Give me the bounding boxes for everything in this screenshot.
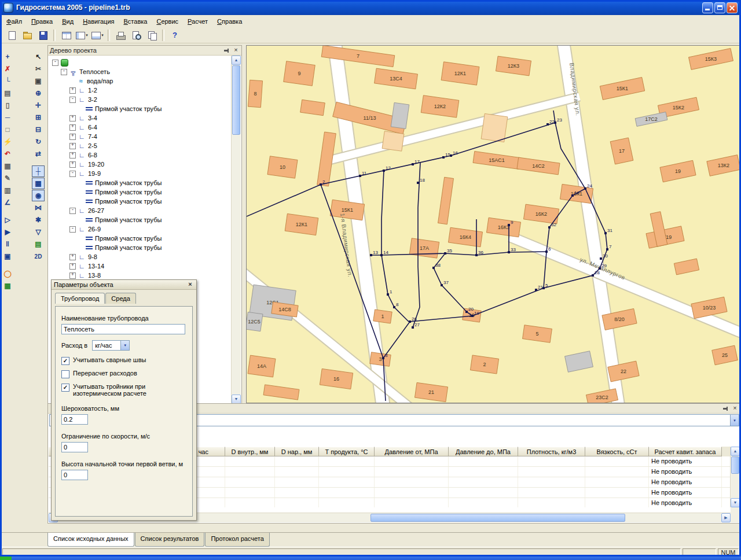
- tree-item[interactable]: Прямой участок трубы: [49, 187, 232, 197]
- column-header[interactable]: D внутр., мм: [225, 447, 275, 456]
- pipeline-node[interactable]: [475, 254, 478, 256]
- menu-item[interactable]: Сервис: [152, 16, 183, 27]
- save-file-button[interactable]: [35, 28, 50, 43]
- zoom-out-tool[interactable]: ⊟: [32, 124, 45, 135]
- tree-item[interactable]: Прямой участок трубы: [49, 215, 232, 224]
- tree-expander[interactable]: +: [69, 115, 76, 121]
- pipeline-node[interactable]: [508, 251, 510, 253]
- scroll-right-button[interactable]: ▶: [721, 513, 731, 522]
- scroll-up-button[interactable]: ▲: [232, 56, 241, 65]
- dialog-close-button[interactable]: ×: [186, 281, 194, 289]
- split-tool[interactable]: ▥: [1, 185, 14, 196]
- filter-tool[interactable]: ▽: [32, 226, 45, 238]
- start-height-input[interactable]: [61, 470, 88, 480]
- tree-expander[interactable]: -: [69, 226, 76, 233]
- print-preview-button[interactable]: [129, 28, 144, 43]
- tree-item[interactable]: +∟13-8: [49, 271, 232, 280]
- checkbox[interactable]: [61, 370, 69, 378]
- ring-tool[interactable]: ◯: [1, 268, 14, 279]
- tree-item[interactable]: +∟13-14: [49, 261, 232, 271]
- open-file-button[interactable]: [20, 28, 35, 43]
- tree-expander[interactable]: +: [69, 87, 76, 94]
- tree-item[interactable]: Прямой участок трубы: [49, 234, 232, 243]
- pipeline-node[interactable]: [370, 254, 372, 256]
- pencil-tool[interactable]: ✎: [1, 172, 14, 184]
- tree-item[interactable]: -∟19-9: [49, 169, 232, 178]
- tree-item[interactable]: +∟6-4: [49, 123, 232, 132]
- pipeline-node[interactable]: [604, 232, 607, 234]
- tree-expander[interactable]: +: [69, 134, 76, 140]
- tree-item[interactable]: -∟26-27: [49, 206, 232, 215]
- pipeline-node[interactable]: [417, 182, 419, 184]
- auto-route-tool[interactable]: ⚡: [1, 136, 14, 148]
- pipeline-name-input[interactable]: [61, 324, 185, 334]
- cut-tool[interactable]: ✂: [32, 63, 45, 75]
- column-header[interactable]: Давление от, МПа: [375, 447, 449, 456]
- checkbox[interactable]: ✓: [61, 384, 69, 392]
- flow-unit-combobox[interactable]: кг/час ▼: [92, 340, 130, 351]
- checkbox[interactable]: ✓: [61, 357, 69, 365]
- maximize-button[interactable]: [714, 2, 725, 13]
- pipeline-node[interactable]: [444, 252, 446, 255]
- pin-icon[interactable]: [223, 47, 230, 54]
- tree-expander[interactable]: -: [69, 97, 76, 103]
- pipeline-node[interactable]: [380, 254, 383, 256]
- tree-item[interactable]: -∟26-9: [49, 224, 232, 234]
- stop-tool[interactable]: ▣: [1, 250, 14, 262]
- new-file-button[interactable]: [4, 28, 19, 43]
- data-panel-toggle-button[interactable]: ▾: [90, 28, 105, 43]
- report-sheet-tool[interactable]: ▤: [32, 238, 45, 250]
- pipeline-node[interactable]: [387, 293, 389, 296]
- 2d-mode-button[interactable]: 2D: [32, 250, 45, 262]
- run-calculation-tool[interactable]: ▷: [1, 214, 14, 226]
- axes-tool[interactable]: ┼: [32, 165, 45, 177]
- pipeline-node[interactable]: [412, 163, 414, 165]
- title-bar[interactable]: Гидросистема 2005 - pipeline1.trb: [0, 0, 741, 15]
- column-header[interactable]: Вязкость, сСт: [585, 447, 649, 456]
- pipeline-node[interactable]: [592, 274, 594, 277]
- tree-expander[interactable]: +: [69, 152, 76, 159]
- fitting-tool[interactable]: ✱: [32, 214, 45, 226]
- rect-tool[interactable]: □: [1, 124, 14, 135]
- paste-object-tool[interactable]: ▤: [1, 87, 14, 99]
- tree-item[interactable]: +∟2-5: [49, 141, 232, 150]
- pipeline-node[interactable]: [382, 357, 384, 359]
- rotate-view-tool[interactable]: ↻: [32, 136, 45, 148]
- run-all-tool[interactable]: ▶: [1, 226, 14, 238]
- tree-item[interactable]: +∟6-8: [49, 150, 232, 160]
- menu-item[interactable]: Файл: [2, 16, 27, 27]
- close-button[interactable]: [727, 2, 738, 13]
- dropdown-icon[interactable]: ▼: [730, 415, 739, 426]
- tree-expander[interactable]: +: [69, 263, 76, 270]
- tree-item[interactable]: Прямой участок трубы: [49, 178, 232, 187]
- dialog-tab-inactive[interactable]: Среда: [105, 293, 135, 304]
- column-header[interactable]: Давление до, МПа: [449, 447, 518, 456]
- pipeline-node[interactable]: [359, 175, 361, 177]
- tree-expander[interactable]: +: [69, 254, 76, 260]
- pipeline-node[interactable]: [606, 248, 608, 250]
- tree-item[interactable]: -∟3-2: [49, 95, 232, 104]
- select-tool[interactable]: ↖: [32, 51, 45, 62]
- speed-limit-input[interactable]: [61, 442, 88, 452]
- tree-item[interactable]: ≈вода/пар: [49, 76, 232, 86]
- data-panel-close-button[interactable]: ×: [731, 405, 739, 412]
- pipeline-node[interactable]: [465, 311, 468, 313]
- copy-tool[interactable]: ▣: [32, 75, 45, 87]
- tree-expander[interactable]: -: [61, 69, 67, 75]
- pipeline-node[interactable]: [471, 315, 474, 317]
- grid-vertical-scrollbar[interactable]: ▲▼: [730, 447, 740, 507]
- tree-expander[interactable]: +: [69, 272, 76, 279]
- segment-tool[interactable]: ─: [1, 112, 14, 123]
- scroll-up-button[interactable]: ▲: [731, 447, 740, 456]
- report-pages-button[interactable]: [144, 28, 159, 43]
- column-header[interactable]: Плотность, кг/м3: [518, 447, 585, 456]
- pipeline-node[interactable]: [599, 267, 601, 270]
- tree-item[interactable]: -: [49, 58, 232, 67]
- angle-tool[interactable]: ∠: [1, 197, 14, 208]
- grid-tool[interactable]: ▦: [1, 160, 14, 172]
- minimize-button[interactable]: [702, 2, 713, 13]
- tree-scrollbar[interactable]: ▲▼: [231, 56, 241, 404]
- dropdown-icon[interactable]: ▼: [120, 341, 129, 350]
- pipeline-node[interactable]: [548, 226, 551, 229]
- scroll-down-button[interactable]: ▼: [232, 395, 241, 404]
